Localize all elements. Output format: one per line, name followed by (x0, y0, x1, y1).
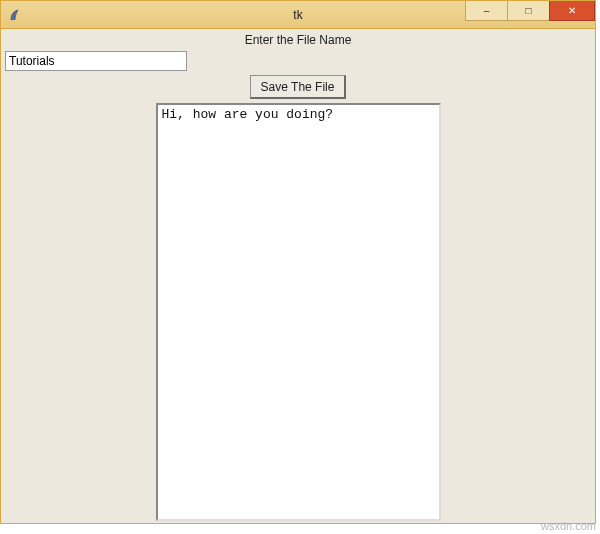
main-textarea[interactable] (156, 103, 441, 521)
filename-row (1, 49, 595, 75)
watermark: wsxdn.com (541, 520, 596, 532)
minimize-icon: – (484, 5, 490, 16)
titlebar: tk – □ ✕ (1, 1, 595, 29)
maximize-button[interactable]: □ (507, 1, 549, 21)
app-window: tk – □ ✕ Enter the File Name Save The Fi… (0, 0, 596, 524)
filename-input[interactable] (5, 51, 187, 71)
client-area: Enter the File Name Save The File (1, 29, 595, 523)
app-icon (7, 7, 23, 23)
filename-label: Enter the File Name (1, 29, 595, 49)
close-button[interactable]: ✕ (549, 1, 595, 21)
save-row: Save The File (1, 75, 595, 103)
minimize-button[interactable]: – (465, 1, 507, 21)
save-button[interactable]: Save The File (250, 75, 347, 99)
close-icon: ✕ (568, 5, 576, 16)
textarea-wrap (1, 103, 595, 521)
maximize-icon: □ (525, 5, 531, 16)
window-controls: – □ ✕ (465, 1, 595, 23)
